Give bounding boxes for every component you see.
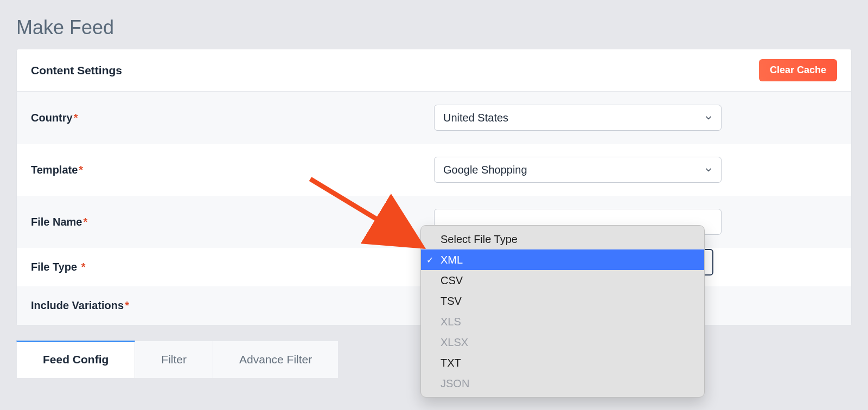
check-icon: ✓ <box>426 255 433 265</box>
option-label: JSON <box>441 377 469 390</box>
chevron-down-icon <box>704 165 713 175</box>
include-variations-label-text: Include Variations <box>31 299 124 311</box>
country-control: United States <box>434 105 837 131</box>
template-control: Google Shopping <box>434 157 837 183</box>
file-type-label-text: File Type <box>31 261 77 273</box>
panel-heading: Content Settings <box>31 64 122 77</box>
file-type-dropdown: Select File Type ✓ XML CSV TSV XLS XLSX … <box>420 225 705 398</box>
country-value: United States <box>443 112 508 124</box>
file-type-option-txt[interactable]: TXT <box>421 353 704 373</box>
tab-filter[interactable]: Filter <box>135 341 213 378</box>
required-marker: * <box>83 216 87 228</box>
file-type-option-json: JSON <box>421 373 704 394</box>
template-value: Google Shopping <box>443 164 527 176</box>
file-type-option-xlsx: XLSX <box>421 332 704 353</box>
template-label-text: Template <box>31 164 78 176</box>
option-label: CSV <box>441 274 463 287</box>
template-label: Template* <box>31 164 434 176</box>
tab-feed-config[interactable]: Feed Config <box>16 341 135 378</box>
option-label: XML <box>441 254 463 266</box>
include-variations-label: Include Variations* <box>31 299 434 312</box>
option-label: TSV <box>441 295 462 308</box>
file-type-option-xml[interactable]: ✓ XML <box>421 249 704 270</box>
clear-cache-button[interactable]: Clear Cache <box>759 59 837 81</box>
file-type-option-csv[interactable]: CSV <box>421 270 704 291</box>
chevron-down-icon <box>704 113 713 123</box>
file-type-option-tsv[interactable]: TSV <box>421 291 704 311</box>
country-label: Country* <box>31 112 434 124</box>
page-title: Make Feed <box>0 0 868 49</box>
required-marker: * <box>125 299 129 311</box>
template-select[interactable]: Google Shopping <box>434 157 722 183</box>
required-marker: * <box>79 164 83 176</box>
file-name-label: File Name* <box>31 216 434 228</box>
tab-advance-filter[interactable]: Advance Filter <box>213 341 339 378</box>
country-select[interactable]: United States <box>434 105 722 131</box>
file-type-option-xls: XLS <box>421 311 704 332</box>
option-label: XLSX <box>441 336 468 349</box>
option-label: TXT <box>441 357 461 369</box>
country-label-text: Country <box>31 112 73 124</box>
panel-header: Content Settings Clear Cache <box>17 49 851 92</box>
required-marker: * <box>74 112 78 124</box>
file-type-dropdown-header: Select File Type <box>421 229 704 249</box>
template-row: Template* Google Shopping <box>17 144 851 196</box>
file-type-label: File Type * <box>31 261 434 273</box>
file-name-label-text: File Name <box>31 216 82 228</box>
country-row: Country* United States <box>17 92 851 144</box>
option-label: XLS <box>441 316 461 328</box>
required-marker: * <box>81 261 86 273</box>
